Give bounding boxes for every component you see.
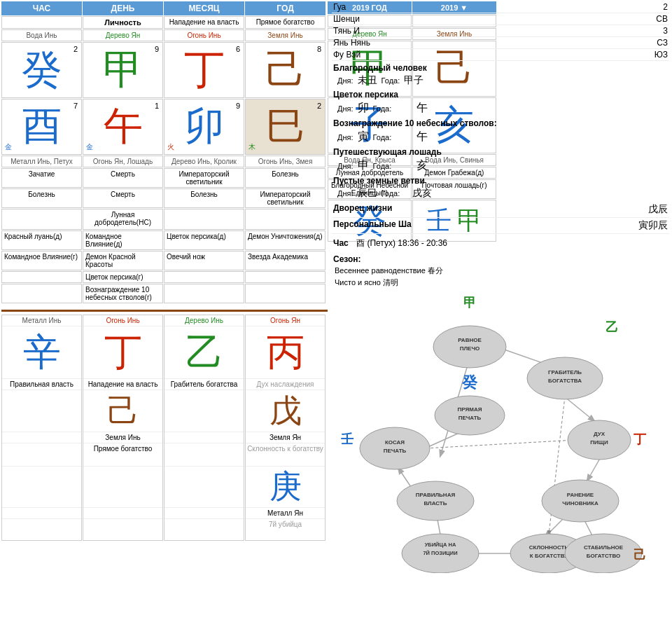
lp1-char-empty2 [2,466,81,508]
month-add2: Овечий нож [164,251,244,270]
svg-text:ДУХ: ДУХ [594,431,606,437]
noble-year-val: 甲子 [404,74,424,87]
svg-text:丁: 丁 [634,432,647,446]
year-tag1: Болезнь [245,168,326,188]
horse-day-val: 申 [358,158,369,173]
header-day: ДЕНЬ [83,1,163,15]
reward-year-val: 午 [416,130,428,144]
tyan-label: Тянь И [333,26,360,36]
lp3-el-top: Дерево Инь [164,315,244,326]
year-add1: Демон Уничтожения(д) [245,230,326,250]
lp3-bot-empty [164,519,244,540]
lp2-el-top: Огонь Инь [83,315,162,326]
hour-tag1: Зачатие [1,168,82,188]
month-add3 [164,271,244,283]
lp4-el-bot: Металл Ян [246,508,325,519]
month-el-top: Огонь Инь [164,29,244,41]
lp4-el-mid: Земля Ян [246,432,325,443]
svg-text:ГРАБИТЕЛЬ: ГРАБИТЕЛЬ [548,369,582,375]
hour-add4 [1,284,82,303]
svg-text:РАВНОЕ: РАВНОЕ [458,337,482,343]
horse-year-val: 亥 [416,158,428,173]
season-title: Сезон: [332,254,669,265]
empty-year-val: 戌亥 [412,187,432,200]
svg-text:己: 己 [634,548,646,562]
lp2-char-top: 丁 [83,326,162,379]
year-pillar-label: Прямое богатство [245,16,326,29]
hour-extra [1,209,82,230]
peach-day-label: Дня: [337,104,354,113]
year-add3 [245,271,326,283]
svg-line-11 [425,440,575,448]
shenzi-value: СВ [656,14,668,24]
empty-day-val: 辰巳 [358,187,377,200]
peach-year-val: 午 [416,101,428,116]
gua-label: Гуа [333,2,346,12]
lp3-tag-empty [164,443,244,466]
year-char-bottom: 巳 木 2 [245,99,326,155]
lp3-tag1: Грабитель богатства [164,379,244,390]
svg-text:ПЕЧАТЬ: ПЕЧАТЬ [458,415,482,421]
month-tag1: Императорский светильник [164,168,244,188]
hour-el-bot: Металл Инь, Петух [1,156,82,167]
month-tag2: Болезнь [164,188,244,208]
palace-value: 戊辰 [648,203,668,216]
lp2-el-empty [83,508,162,519]
empty-title: Пустые земные ветви [332,174,669,186]
noble-day-label: Дня: [337,76,354,85]
svg-line-1 [564,397,594,421]
horse-title: Путешествующая лошадь [332,145,669,158]
lp3-el-empty [164,432,244,443]
lp4-el-top: Огонь Ян [246,315,325,326]
svg-text:ПРЯМАЯ: ПРЯМАЯ [458,406,482,413]
svg-text:БОГАТСТВО: БОГАТСТВО [587,553,621,559]
svg-text:乙: 乙 [606,320,618,334]
gua-value: 2 [663,2,668,12]
lp3-char-empty [164,390,244,432]
day-add3: Цветок персика(г) [83,271,163,283]
svg-text:ПЛЕЧО: ПЛЕЧО [460,345,480,352]
year-char-top: 己 8 [245,42,326,98]
lp1-el-empty [2,432,81,443]
lp4-tag2: Склонность к богатству [246,443,325,466]
day-add2: Демон Красной Красоты [83,251,163,270]
month-add1: Цветок персика(д) [164,230,244,250]
yan-label: Янь Нянь [333,38,370,48]
hour-label [1,16,82,29]
year-add2: Звезда Академика [245,251,326,270]
lp2-tag2: Прямое богатство [83,443,162,466]
palace-label: Дворец жизни [333,203,392,216]
hour-add3 [1,271,82,283]
lp4-tag3: 7й убийца [246,519,325,540]
year-extra [245,209,326,230]
reward-day-val: 寅 [358,130,369,144]
hour-add1: Красный луань(д) [1,230,82,250]
horse-day-label: Дня: [337,162,354,170]
tyan-value: 3 [663,26,668,36]
noble-day-val: 未丑 [358,74,377,87]
day-add4: Вознаграждение 10 небесных стволов(г) [83,284,163,303]
year-el-top: Земля Инь [245,29,326,41]
day-char-top: 甲 9 [83,42,163,98]
svg-text:КОСАЯ: КОСАЯ [385,439,405,446]
month-char-bottom: 卯 火 9 [164,99,244,155]
sha-value: 寅卯辰 [638,219,668,232]
lp1-el-empty2 [2,508,81,519]
lp4-char-bot: 庚 [246,466,325,508]
svg-text:ПРАВИЛЬНАЯ: ПРАВИЛЬНАЯ [416,492,456,498]
peach-day-val: 卯 [358,101,369,116]
fu-value: ЮЗ [654,50,668,60]
year-tag2: Императорский светильник [245,188,326,208]
reward-year-label: Года: [373,133,392,142]
lp2-bot-empty [83,519,162,540]
peach-year-label: Года: [373,104,392,113]
month-char-top: 丁 6 [164,42,244,98]
lp3-char-top: 乙 [164,326,244,379]
lp1-tag-empty [2,443,81,466]
svg-text:甲: 甲 [463,296,476,310]
peach-title: Цветок персика [332,88,669,100]
horse-year-label: Года: [373,162,392,170]
svg-text:壬: 壬 [341,432,354,446]
svg-text:УБИЙЦА НА: УБИЙЦА НА [425,542,456,548]
day-tag2: Смерть [83,188,163,208]
